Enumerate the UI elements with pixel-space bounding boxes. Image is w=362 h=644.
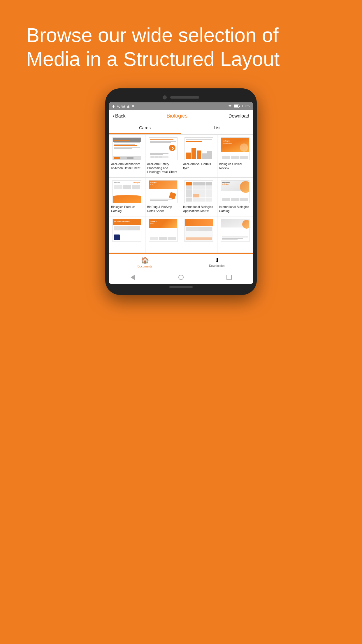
svg-line-3: [119, 107, 120, 108]
status-time: 13:59: [242, 104, 250, 108]
card-1-label: AlloDerm Mechanism of Action Detail Shee…: [111, 162, 143, 170]
status-icons-right: 13:59: [228, 104, 250, 108]
card-4-label: Biologics Clinical Review: [219, 162, 251, 170]
card-11-label: [183, 244, 215, 250]
cards-grid: AlloDerm Mechanism of Action Detail Shee…: [109, 134, 253, 253]
android-recent-button[interactable]: [225, 273, 233, 281]
card-6-label: BioPlug & BioStrip Detail Sheet: [147, 205, 179, 213]
phone-speaker: [170, 96, 199, 99]
phone-body: 13:59 ‹ Back Biologics Download Cards Li…: [105, 88, 257, 295]
back-triangle-icon: [131, 274, 135, 280]
card-3-label: AlloDerm vs. Dermis flyer: [183, 162, 215, 170]
nav-documents[interactable]: 🏠 Documents: [109, 254, 181, 270]
download-icon: [126, 104, 130, 108]
card-2-thumbnail: [147, 137, 179, 160]
documents-label: Documents: [138, 265, 152, 268]
image-icon: [122, 104, 125, 108]
tab-list[interactable]: List: [181, 122, 253, 134]
card-7-thumbnail: [183, 180, 215, 203]
back-button[interactable]: ‹ Back: [113, 113, 126, 119]
phone-screen: 13:59 ‹ Back Biologics Download Cards Li…: [109, 102, 253, 284]
battery-icon: [234, 104, 240, 108]
card-1[interactable]: AlloDerm Mechanism of Action Detail Shee…: [109, 135, 145, 177]
card-12-label: [219, 244, 251, 250]
star-icon: [131, 104, 135, 108]
documents-icon: 🏠: [141, 257, 149, 264]
svg-rect-10: [239, 106, 240, 107]
card-10-thumbnail: biologics Range: [147, 219, 179, 242]
svg-rect-1: [113, 105, 114, 108]
tool-icon: [112, 104, 115, 108]
card-3[interactable]: AlloDerm vs. Dermis flyer: [181, 135, 217, 177]
recent-square-icon: [226, 275, 232, 280]
phone-camera: [163, 95, 167, 99]
phone-mockup: 13:59 ‹ Back Biologics Download Cards Li…: [105, 88, 257, 644]
card-12[interactable]: [217, 216, 253, 253]
card-8[interactable]: international biologics International Bi…: [217, 178, 253, 216]
app-nav-bar: ‹ Back Biologics Download: [109, 110, 253, 122]
card-1-thumbnail: [111, 137, 143, 160]
download-button[interactable]: Download: [229, 113, 249, 119]
tab-bar: Cards List: [109, 122, 253, 134]
card-4[interactable]: biologics clinical review Biologics Cli: [217, 135, 253, 177]
android-home-button[interactable]: [177, 273, 185, 281]
card-4-thumbnail: biologics clinical review: [219, 137, 251, 160]
phone-bottom: [109, 284, 253, 290]
nav-downloaded[interactable]: ⬇ Downloaded: [181, 254, 253, 270]
card-5[interactable]: AlloDerm biologics Biologics Product Cat…: [109, 178, 145, 216]
tab-cards[interactable]: Cards: [109, 122, 181, 134]
back-chevron-icon: ‹: [113, 113, 115, 119]
card-12-thumbnail: [219, 219, 251, 242]
status-icons-left: [112, 104, 135, 108]
card-8-thumbnail: international biologics: [219, 180, 251, 203]
phone-top: [109, 94, 253, 102]
card-9-label: [111, 244, 143, 250]
card-5-label: Biologics Product Catalog: [111, 205, 143, 213]
svg-point-2: [117, 105, 119, 107]
card-3-thumbnail: [183, 137, 215, 160]
android-nav-bar: [109, 270, 253, 284]
card-7[interactable]: International Biologics Applications Mat…: [181, 178, 217, 216]
home-circle-icon: [178, 275, 184, 280]
phone-home-bar: [169, 286, 193, 288]
wifi-icon: [228, 104, 232, 108]
svg-rect-9: [234, 105, 238, 107]
card-2-label: AlloDerm Safety Processing and Histology…: [147, 162, 179, 174]
page-title: Biologics: [166, 113, 187, 119]
card-10[interactable]: biologics Range: [145, 216, 181, 253]
card-11[interactable]: [181, 216, 217, 253]
downloaded-label: Downloaded: [209, 264, 225, 267]
android-back-button[interactable]: [129, 273, 137, 281]
card-2[interactable]: AlloDerm Safety Processing and Histology…: [145, 135, 181, 177]
card-5-thumbnail: AlloDerm biologics: [111, 180, 143, 203]
downloaded-icon: ⬇: [215, 257, 220, 264]
back-label: Back: [115, 113, 126, 119]
search-icon: [117, 104, 120, 108]
card-9[interactable]: the perfect partnership: [109, 216, 145, 253]
card-7-label: International Biologics Applications Mat…: [183, 205, 215, 213]
svg-point-7: [132, 105, 134, 107]
bottom-nav-bar: 🏠 Documents ⬇ Downloaded: [109, 254, 253, 270]
hero-text: Browse our wide selection of Media in a …: [0, 0, 362, 88]
card-11-thumbnail: [183, 219, 215, 242]
card-6-thumbnail: biologics BioPlug: [147, 180, 179, 203]
card-8-label: International Biologics Catalog: [219, 205, 251, 213]
card-9-thumbnail: the perfect partnership: [111, 219, 143, 242]
card-6[interactable]: biologics BioPlug BioPlug & BioStrip Det…: [145, 178, 181, 216]
status-bar: 13:59: [109, 102, 253, 110]
card-10-label: [147, 244, 179, 250]
